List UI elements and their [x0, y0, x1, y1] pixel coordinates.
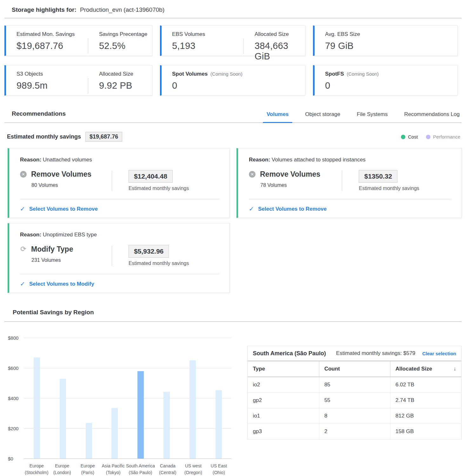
bar-us-east-ohio[interactable] — [216, 390, 222, 459]
region-section-title: Potential Savings by Region — [4, 309, 462, 321]
stats-grid: Estimated Mon. Savings $19,687.76 Saving… — [4, 25, 462, 96]
y-tick: $0 — [8, 456, 13, 461]
estimated-monthly-savings-badge: $19,687.76 — [85, 132, 122, 142]
cell-allocated-size: 6.02 TB — [390, 377, 461, 392]
stat-ebs-allocated-size: Allocated Size 384,663 GiB — [244, 31, 302, 56]
bar-europe-paris[interactable] — [86, 423, 92, 459]
stat-value: 52.5% — [99, 41, 147, 51]
reason-text: Unoptimized EBS type — [43, 232, 97, 238]
remove-circle-icon: ✕ — [249, 171, 256, 178]
select-volumes-to-remove-link[interactable]: ✓ Select Volumes to Remove — [249, 205, 451, 213]
stat-value: 79 GiB — [325, 41, 396, 51]
tab-file-systems[interactable]: File Systems — [355, 111, 389, 122]
region-section-divider — [4, 321, 462, 322]
x-tick-asia-pacific-tokyo: Asia Pacific(Tokyo) — [100, 463, 126, 476]
stat-card-avg-ebs-size: Avg. EBS Size 79 GiB — [313, 25, 458, 56]
stat-value: $19,687.76 — [17, 41, 88, 51]
tab-recommendations-log[interactable]: Recommendations Log — [402, 111, 462, 122]
stat-value: 989.5m — [17, 80, 88, 91]
stat-label: S3 Objects — [17, 71, 88, 77]
action-title: Modify Type — [31, 245, 73, 254]
stat-s3-allocated-size: Allocated Size 9.92 PB — [88, 71, 133, 95]
bar-europe-stockholm[interactable] — [34, 357, 40, 459]
bar-europe-london[interactable] — [60, 379, 66, 459]
savings-amount: $12,404.48 — [129, 170, 173, 183]
arrow-down-icon[interactable]: ↓ — [454, 366, 456, 372]
tab-object-storage[interactable]: Object storage — [303, 111, 342, 122]
recommendations-tabs: Volumes Object storage File Systems Reco… — [252, 111, 462, 122]
reason-label: Reason: — [20, 232, 41, 238]
check-icon: ✓ — [249, 205, 254, 213]
estimated-monthly-savings-label: Estimated monthly savings — [7, 133, 81, 140]
table-row: io2 85 6.02 TB — [248, 377, 461, 393]
coming-soon-badge: (Coming Soon) — [210, 71, 243, 77]
table-row: io1 8 812 GB — [248, 408, 461, 424]
stat-value: 0 — [325, 80, 396, 91]
x-tick-europe-paris: Europe(Paris) — [75, 463, 100, 476]
cell-allocated-size: 812 GB — [390, 408, 461, 424]
cell-count: 8 — [319, 408, 390, 424]
recommendations-header: Recommendations Volumes Object storage F… — [4, 110, 462, 123]
savings-caption: Estimated monthly savings — [129, 186, 189, 191]
y-tick: $400 — [8, 396, 18, 401]
legend-label: Performance — [433, 134, 460, 139]
savings-row: Estimated monthly savings $19,687.76 Cos… — [4, 132, 462, 142]
tab-volumes[interactable]: Volumes — [265, 111, 291, 122]
cell-count: 55 — [319, 393, 390, 408]
legend-item-performance[interactable]: Performance — [426, 134, 460, 139]
action-title: Remove Volumes — [31, 170, 91, 179]
card-divider — [20, 274, 219, 274]
card-divider — [249, 199, 451, 199]
stat-ebs-volumes: EBS Volumes 5,193 — [172, 31, 243, 56]
volumes-count: 78 Volumes — [260, 182, 342, 188]
bar-asia-pacific-tokyo[interactable] — [111, 408, 118, 459]
stat-value: 9.92 PB — [99, 80, 133, 91]
reason-label: Reason: — [20, 157, 41, 163]
reason-label: Reason: — [249, 157, 270, 163]
stat-card-monthly-savings: Estimated Mon. Savings $19,687.76 Saving… — [4, 25, 152, 56]
column-header-allocated-size[interactable]: Allocated Size ↓ — [390, 361, 461, 377]
bar-south-america-sao-paulo[interactable] — [137, 371, 144, 459]
modify-refresh-icon: ⟳ — [20, 246, 27, 253]
stat-spot-volumes: Spot Volumes (Coming Soon) 0 — [172, 71, 243, 95]
select-volumes-to-modify-link[interactable]: ✓ Select Volumes to Modify — [20, 280, 219, 288]
account-name: Production_evn (act-1396070b) — [80, 6, 164, 13]
remove-circle-icon: ✕ — [20, 171, 27, 178]
bar-canada-central[interactable] — [163, 392, 170, 459]
y-tick: $600 — [8, 365, 18, 371]
clear-selection-link[interactable]: Clear selection — [422, 351, 456, 356]
savings-caption: Estimated monthly savings — [359, 186, 419, 191]
stat-label: Spot Volumes — [172, 71, 208, 77]
cell-count: 2 — [319, 424, 390, 439]
rec-card-unattached-volumes: Reason: Unattached volumes ✕ Remove Volu… — [8, 148, 230, 218]
column-header-count[interactable]: Count — [319, 361, 390, 377]
x-tick-us-west-oregon: US west(Oregon) — [180, 463, 206, 476]
savings-amount: $5,932.96 — [129, 245, 169, 258]
cell-type: io2 — [248, 377, 319, 392]
x-tick-europe-london: Europe(London) — [49, 463, 75, 476]
cell-type: gp3 — [248, 424, 319, 439]
stat-card-spot-volumes: Spot Volumes (Coming Soon) 0 — [160, 65, 305, 96]
check-icon: ✓ — [20, 205, 25, 213]
stat-card-s3-objects: S3 Objects 989.5m Allocated Size 9.92 PB — [4, 65, 152, 96]
bar-us-west-oregon[interactable] — [190, 360, 196, 459]
region-savings-text: Estimated monthly savings: $579 — [336, 350, 415, 357]
action-title: Remove Volumes — [260, 170, 320, 179]
cell-type: io1 — [248, 408, 319, 424]
stat-card-ebs-volumes: EBS Volumes 5,193 Allocated Size 384,663… — [160, 25, 305, 56]
stat-s3-objects: S3 Objects 989.5m — [17, 71, 88, 95]
x-tick-canada-central: Canada(Central) — [155, 463, 180, 476]
region-detail-table: South America (São Paulo) Estimated mont… — [247, 346, 462, 439]
stat-estimated-mon-savings: Estimated Mon. Savings $19,687.76 — [17, 31, 88, 56]
page-title: Storage highlights for: Production_evn (… — [4, 4, 462, 18]
stat-label: EBS Volumes — [172, 31, 243, 37]
table-header-row: Type Count Allocated Size ↓ — [248, 361, 461, 377]
select-volumes-to-remove-link[interactable]: ✓ Select Volumes to Remove — [20, 205, 219, 213]
stat-spotfs: SpotFS (Coming Soon) 0 — [325, 71, 396, 95]
stat-value: 0 — [172, 80, 243, 91]
legend-item-cost[interactable]: Cost — [401, 134, 418, 139]
column-header-type[interactable]: Type — [248, 361, 319, 377]
stat-label: Allocated Size — [99, 71, 133, 77]
cell-count: 85 — [319, 377, 390, 392]
stat-label: Avg. EBS Size — [325, 31, 396, 37]
